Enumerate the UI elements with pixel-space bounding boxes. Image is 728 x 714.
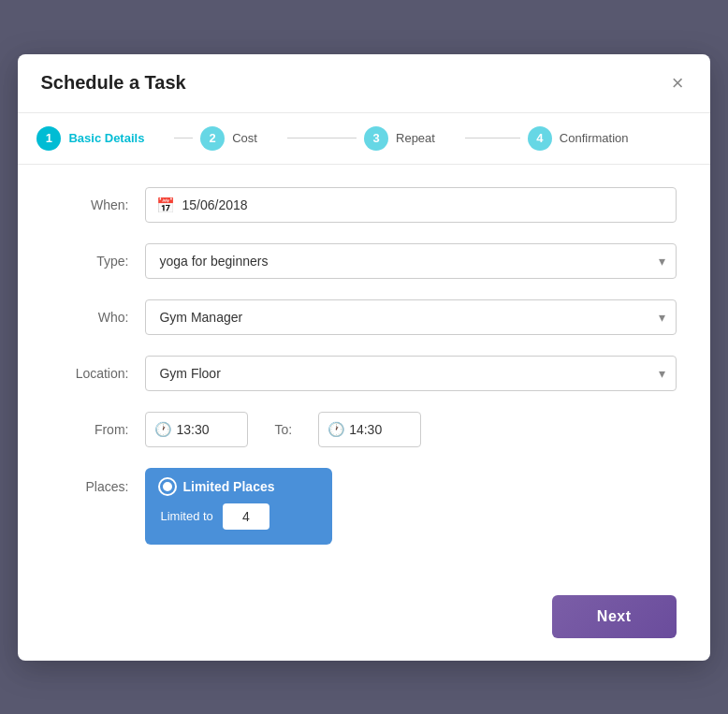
step-4[interactable]: 4 Confirmation [528, 126, 692, 151]
step-3-number: 3 [364, 126, 388, 151]
limited-to-label: Limited to [160, 509, 212, 523]
limited-to-input[interactable] [223, 503, 269, 530]
step-3-group: 3 Repeat [364, 126, 528, 151]
step-3-label: Repeat [396, 131, 435, 145]
step-2-group: 2 Cost [200, 126, 364, 151]
step-3[interactable]: 3 Repeat [364, 126, 458, 151]
modal-header: Schedule a Task × [18, 54, 709, 113]
to-separator-label: To: [274, 422, 292, 437]
step-2[interactable]: 2 Cost [200, 126, 280, 151]
when-label: When: [51, 197, 145, 212]
type-select-wrapper: yoga for beginners pilates spinning aero… [145, 243, 676, 279]
location-select-wrapper: Gym Floor Studio A Studio B Pool [145, 356, 676, 391]
step-1-label: Basic Details [68, 131, 144, 145]
limited-places-radio[interactable] [160, 479, 175, 494]
date-wrapper: 📅 [145, 187, 676, 223]
who-label: Who: [51, 310, 145, 325]
from-time-wrapper: 🕐 [145, 412, 248, 447]
location-select[interactable]: Gym Floor Studio A Studio B Pool [145, 356, 676, 391]
form-body: When: 📅 Type: yoga for beginners pilates… [18, 165, 709, 584]
stepper: 1 Basic Details 2 Cost 3 Repeat [18, 113, 709, 165]
step-2-label: Cost [232, 131, 257, 145]
connector-2 [287, 138, 357, 138]
step-1[interactable]: 1 Basic Details [36, 126, 167, 151]
modal-footer: Next [18, 584, 709, 661]
connector-1 [174, 138, 193, 138]
when-input[interactable] [145, 187, 676, 223]
when-row: When: 📅 [51, 187, 676, 223]
location-label: Location: [51, 366, 145, 381]
step-2-number: 2 [200, 126, 225, 151]
step-4-group: 4 Confirmation [528, 126, 692, 151]
next-button[interactable]: Next [552, 595, 677, 638]
step-4-label: Confirmation [560, 131, 629, 145]
connector-3 [465, 138, 520, 138]
location-row: Location: Gym Floor Studio A Studio B Po… [51, 356, 676, 391]
places-row: Places: Limited Places Limited to [51, 468, 676, 545]
who-select[interactable]: Gym Manager Personal Trainer Coach [145, 299, 676, 335]
type-row: Type: yoga for beginners pilates spinnin… [51, 243, 676, 279]
who-row: Who: Gym Manager Personal Trainer Coach [51, 299, 676, 335]
type-select[interactable]: yoga for beginners pilates spinning aero… [145, 243, 676, 279]
step-4-number: 4 [528, 126, 552, 151]
limited-places-radio-row[interactable]: Limited Places [160, 479, 317, 494]
limited-to-row: Limited to [160, 503, 317, 530]
modal-overlay: Schedule a Task × 1 Basic Details 2 Cost [0, 0, 728, 714]
modal-title: Schedule a Task [40, 72, 185, 94]
close-button[interactable]: × [668, 69, 688, 97]
type-label: Type: [51, 254, 145, 269]
step-1-number: 1 [36, 126, 61, 151]
schedule-task-modal: Schedule a Task × 1 Basic Details 2 Cost [18, 54, 709, 661]
limited-places-label: Limited Places [182, 479, 274, 494]
places-label: Places: [51, 468, 145, 494]
time-row: From: 🕐 To: 🕐 [51, 412, 676, 447]
to-time-wrapper: 🕐 [318, 412, 421, 447]
from-time-input[interactable] [145, 412, 248, 447]
to-time-input[interactable] [318, 412, 421, 447]
who-select-wrapper: Gym Manager Personal Trainer Coach [145, 299, 676, 335]
step-1-group: 1 Basic Details [36, 126, 200, 151]
places-card: Limited Places Limited to [145, 468, 332, 545]
from-label: From: [51, 422, 145, 437]
